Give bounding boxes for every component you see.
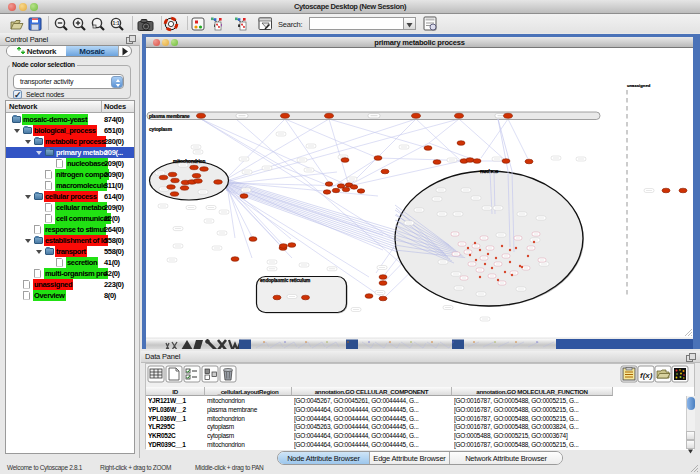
svg-text:f(x): f(x)	[640, 371, 653, 380]
svg-text:endoplasmic reticulum: endoplasmic reticulum	[260, 278, 310, 283]
svg-text:mitochondrion: mitochondrion	[173, 159, 205, 164]
svg-text:nucleus: nucleus	[480, 168, 499, 174]
svg-text:unassigned: unassigned	[627, 83, 651, 88]
svg-text:cytoplasm: cytoplasm	[149, 127, 172, 132]
svg-text:plasma membrane: plasma membrane	[149, 114, 190, 119]
svg-text:1:1: 1:1	[112, 20, 119, 26]
